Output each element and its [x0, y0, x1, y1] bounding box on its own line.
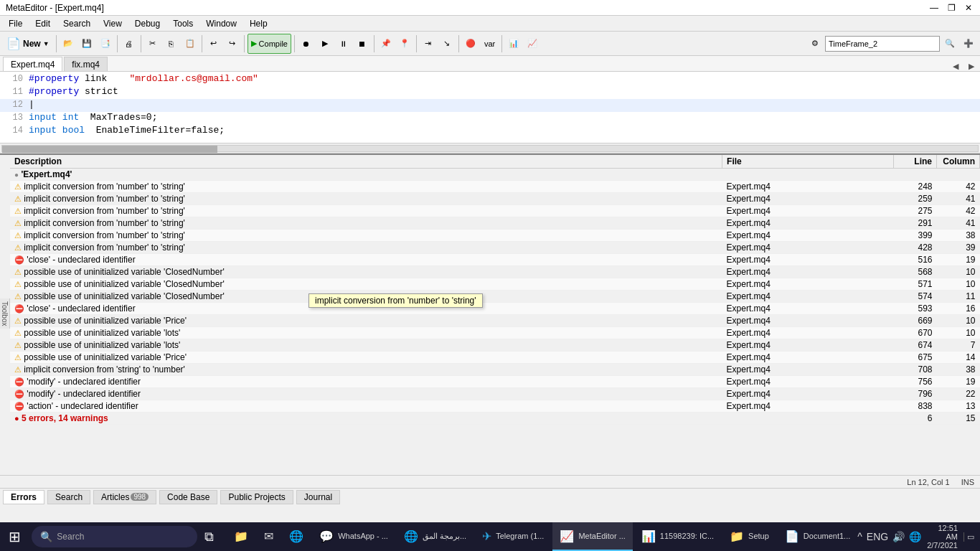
- taskbar-telegram[interactable]: ✈ Telegram (1...: [475, 522, 551, 551]
- taskbar-search[interactable]: 🔍 Search: [32, 526, 197, 547]
- warning-icon: ⚠: [14, 341, 22, 349]
- table-row[interactable]: ⛔ 'close' - undeclared identifier Expert…: [10, 303, 980, 315]
- taskbar-metatrader[interactable]: 📊 11598239: IC...: [634, 522, 721, 551]
- menu-tools[interactable]: Tools: [167, 17, 199, 30]
- start-debug-button[interactable]: ⏺: [298, 34, 315, 54]
- menu-search[interactable]: Search: [57, 17, 96, 30]
- toolbar-separator-1: [56, 35, 57, 52]
- time: 12:51 AM: [927, 524, 958, 541]
- var-button[interactable]: var: [481, 34, 499, 54]
- print-button[interactable]: 🖨: [121, 34, 138, 54]
- task-view-button[interactable]: ⧉: [197, 522, 221, 551]
- table-row[interactable]: ⚠ implicit conversion from 'number' to '…: [10, 193, 980, 205]
- menu-file[interactable]: File: [3, 17, 28, 30]
- network-icon[interactable]: 🌐: [909, 531, 921, 542]
- clock[interactable]: 12:51 AM 2/7/2021: [927, 524, 958, 550]
- tab-scroll-right[interactable]: ▶: [966, 62, 977, 71]
- table-row[interactable]: ⛔ 'action' - undeclared identifier Exper…: [10, 400, 980, 413]
- table-row[interactable]: ⛔ 'close' - undeclared identifier Expert…: [10, 254, 980, 266]
- breakpoint-button[interactable]: 🔴: [462, 34, 479, 54]
- show-desktop-button[interactable]: ▭: [963, 532, 974, 542]
- search-next-button[interactable]: ➕: [960, 34, 977, 54]
- open-button[interactable]: 📂: [60, 34, 77, 54]
- table-row[interactable]: ⚠ possible use of uninitialized variable…: [10, 339, 980, 352]
- table-row[interactable]: ⚠ possible use of uninitialized variable…: [10, 315, 980, 327]
- compile-button[interactable]: ▶ Compile: [248, 34, 291, 54]
- whatsapp-label: WhatsApp - ...: [338, 532, 388, 540]
- tab-expert-mq4[interactable]: Expert.mq4: [3, 57, 62, 71]
- cell-description: ⚠ implicit conversion from 'number' to '…: [10, 205, 722, 217]
- save-button[interactable]: 💾: [78, 34, 95, 54]
- search-toolbar-box[interactable]: [825, 36, 940, 52]
- new-button[interactable]: 📄 New ▼: [3, 34, 53, 54]
- error-table[interactable]: implicit conversion from 'number' to 'st…: [10, 155, 980, 475]
- attach-button[interactable]: 📌: [377, 34, 395, 54]
- table-row[interactable]: ⚠ implicit conversion from 'number' to '…: [10, 242, 980, 254]
- undo-button[interactable]: ↩: [205, 34, 222, 54]
- taskbar-word[interactable]: 📄 Document1...: [778, 522, 857, 551]
- table-row[interactable]: ⛔ 'modify' - undeclared identifier Exper…: [10, 376, 980, 388]
- menu-view[interactable]: View: [98, 17, 128, 30]
- taskbar-mail[interactable]: ✉: [257, 522, 281, 551]
- tab-fix-mq4[interactable]: fix.mq4: [64, 57, 108, 71]
- save-all-button[interactable]: 📑: [97, 34, 114, 54]
- tab-errors[interactable]: Errors: [3, 490, 44, 504]
- table-row[interactable]: ● 5 errors, 14 warnings 6 15: [10, 413, 980, 425]
- pause-button[interactable]: ⏸: [335, 34, 352, 54]
- menu-help[interactable]: Help: [244, 17, 273, 30]
- table-row[interactable]: ⚠ possible use of uninitialized variable…: [10, 266, 980, 278]
- taskbar-chrome[interactable]: 🌐: [282, 522, 311, 551]
- table-row[interactable]: ● 'Expert.mq4': [10, 169, 980, 181]
- menu-debug[interactable]: Debug: [129, 17, 166, 30]
- chart-button[interactable]: 📈: [524, 34, 541, 54]
- maximize-button[interactable]: ❐: [946, 2, 957, 14]
- hscroll-thumb[interactable]: [2, 146, 217, 153]
- tab-code-base[interactable]: Code Base: [159, 490, 217, 504]
- editor-hscroll[interactable]: [0, 143, 980, 154]
- minimize-button[interactable]: —: [928, 2, 940, 14]
- undo-icon: ↩: [210, 39, 217, 48]
- taskbar-files[interactable]: 📁: [227, 522, 255, 551]
- table-row[interactable]: ⚠ possible use of uninitialized variable…: [10, 291, 980, 303]
- table-row[interactable]: ⛔ 'modify' - undeclared identifier Exper…: [10, 388, 980, 400]
- settings-button[interactable]: ⚙: [806, 34, 824, 54]
- continue-button[interactable]: ▶: [316, 34, 334, 54]
- paste-button[interactable]: 📋: [182, 34, 199, 54]
- tab-journal[interactable]: Journal: [296, 490, 340, 504]
- search-toolbar-input[interactable]: [829, 39, 929, 48]
- tab-search[interactable]: Search: [47, 490, 90, 504]
- step-into-button[interactable]: ↘: [438, 34, 456, 54]
- cut-button[interactable]: ✂: [144, 34, 161, 54]
- code-editor[interactable]: 10 #property link "mrdollar.cs@gmail.com…: [0, 72, 980, 143]
- search-toolbar-button[interactable]: 🔍: [941, 34, 958, 54]
- detach-button[interactable]: 📍: [396, 34, 413, 54]
- stop-button[interactable]: ⏹: [354, 34, 371, 54]
- table-row[interactable]: ⚠ implicit conversion from 'number' to '…: [10, 181, 980, 193]
- taskbar-browser2[interactable]: 🌐 برمجة المق...: [397, 522, 473, 551]
- table-row[interactable]: ⚠ possible use of uninitialized variable…: [10, 327, 980, 339]
- tab-scroll-left[interactable]: ◀: [950, 62, 961, 71]
- copy-button[interactable]: ⎘: [163, 34, 180, 54]
- table-row[interactable]: ⚠ possible use of uninitialized variable…: [10, 352, 980, 364]
- table-row[interactable]: ⚠ implicit conversion from 'number' to '…: [10, 205, 980, 217]
- cell-column: 39: [937, 242, 980, 254]
- start-button[interactable]: ⊞: [0, 522, 29, 551]
- menu-window[interactable]: Window: [200, 17, 242, 30]
- volume-icon[interactable]: 🔊: [892, 531, 905, 542]
- tray-expand[interactable]: ^: [857, 531, 862, 542]
- tab-articles[interactable]: Articles998: [93, 490, 156, 504]
- redo-button[interactable]: ↪: [224, 34, 241, 54]
- profile-button[interactable]: 📊: [505, 34, 522, 54]
- taskbar-setup[interactable]: 📁 Setup: [722, 522, 776, 551]
- taskbar-metaeditor[interactable]: 📈 MetaEditor ...: [552, 522, 632, 551]
- table-row[interactable]: ⚠ implicit conversion from 'string' to '…: [10, 364, 980, 376]
- table-row[interactable]: ⚠ implicit conversion from 'number' to '…: [10, 217, 980, 230]
- menu-edit[interactable]: Edit: [29, 17, 56, 30]
- cell-description: ⚠ implicit conversion from 'number' to '…: [10, 230, 722, 242]
- close-button[interactable]: ✕: [963, 2, 974, 14]
- table-row[interactable]: ⚠ possible use of uninitialized variable…: [10, 278, 980, 291]
- tab-public-projects[interactable]: Public Projects: [220, 490, 293, 504]
- taskbar-whatsapp[interactable]: 💬 WhatsApp - ...: [312, 522, 395, 551]
- table-row[interactable]: ⚠ implicit conversion from 'number' to '…: [10, 230, 980, 242]
- step-over-button[interactable]: ⇥: [420, 34, 437, 54]
